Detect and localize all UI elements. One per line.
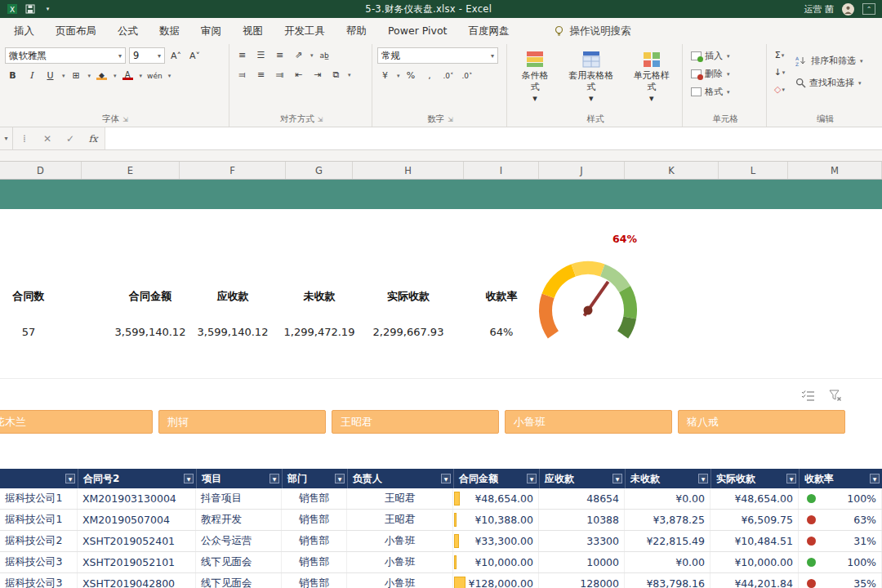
italic-button[interactable]: I <box>24 68 39 83</box>
cell-received[interactable]: ¥44,201.84 <box>710 573 799 588</box>
header-receivable[interactable]: 应收款▼ <box>539 469 625 488</box>
tab-power-pivot[interactable]: Power Pivot <box>377 18 457 44</box>
tab-data[interactable]: 数据 <box>149 18 190 44</box>
cell-receivable[interactable]: 48654 <box>539 488 625 509</box>
save-icon[interactable] <box>24 4 35 15</box>
header-dept[interactable]: 部门▼ <box>282 469 347 488</box>
cell-customer[interactable]: 据科技公司3 <box>0 552 78 572</box>
cell-rate[interactable]: 35% <box>799 573 882 588</box>
avatar[interactable] <box>842 3 854 16</box>
header-received[interactable]: 实际收款▼ <box>710 469 799 488</box>
cell-amount[interactable]: ¥33,300.00 <box>453 531 539 551</box>
slicer-clear-filter-icon[interactable] <box>828 389 843 402</box>
tab-baidu-netdisk[interactable]: 百度网盘 <box>457 18 519 44</box>
table-row[interactable]: 据科技公司2 XSHT2019052401 公众号运营 销售部 小鲁班 ¥33,… <box>0 531 882 552</box>
cell-dept[interactable]: 销售部 <box>282 552 347 572</box>
cell-unpaid[interactable]: ¥83,798.16 <box>625 573 710 588</box>
column-heading[interactable]: F <box>180 162 286 179</box>
slicer-item[interactable]: 王昭君 <box>332 410 499 434</box>
slicer-item[interactable]: 荆轲 <box>158 410 326 434</box>
filter-dropdown-icon[interactable]: ▼ <box>870 474 880 483</box>
cell-received[interactable]: ¥10,000.00 <box>710 552 799 572</box>
format-cells-button[interactable]: 格式▾ <box>688 83 763 100</box>
name-box-dropdown-icon[interactable]: ▾ <box>0 127 13 149</box>
cell-received[interactable]: ¥6,509.75 <box>710 510 799 530</box>
header-amount[interactable]: 合同金额▼ <box>453 469 539 488</box>
filter-dropdown-icon[interactable]: ▼ <box>612 474 622 483</box>
header-project[interactable]: 项目▼ <box>196 469 282 488</box>
column-heading[interactable]: K <box>625 162 719 179</box>
insert-cells-button[interactable]: 插入▾ <box>688 47 763 65</box>
merge-center-icon[interactable]: ⧉ <box>328 67 344 82</box>
header-unpaid[interactable]: 未收款▼ <box>625 469 710 488</box>
filter-dropdown-icon[interactable]: ▼ <box>335 474 345 483</box>
table-row[interactable]: 据科技公司1 XM20190507004 教程开发 销售部 王昭君 ¥10,38… <box>0 510 882 531</box>
cell-project[interactable]: 线下见面会 <box>196 552 282 572</box>
cell-receivable[interactable]: 10000 <box>539 552 625 572</box>
cell-dept[interactable]: 销售部 <box>282 573 347 588</box>
cell-receivable[interactable]: 10388 <box>539 510 625 530</box>
cell-owner[interactable]: 王昭君 <box>347 488 453 509</box>
cell-styles-button[interactable]: 单元格样式▾ <box>624 47 679 108</box>
cell-dept[interactable]: 销售部 <box>282 510 347 530</box>
cell-rate[interactable]: 31% <box>799 531 882 551</box>
filter-dropdown-icon[interactable]: ▼ <box>65 474 75 483</box>
cell-unpaid[interactable]: ¥0.00 <box>625 488 710 509</box>
slicer-multiselect-icon[interactable] <box>800 389 815 402</box>
cell-received[interactable]: ¥48,654.00 <box>710 488 799 509</box>
ribbon-display-options-icon[interactable]: ⌃ <box>862 3 875 15</box>
autosum-icon[interactable]: Σ▾ <box>772 47 787 63</box>
align-center-icon[interactable]: ≡ <box>253 67 269 82</box>
confirm-entry-icon[interactable]: ✓ <box>59 127 82 149</box>
format-as-table-button[interactable]: 套用表格格式▾ <box>559 47 622 108</box>
underline-button[interactable]: U <box>42 68 58 83</box>
percent-style-icon[interactable]: % <box>403 68 419 83</box>
decrease-decimal-icon[interactable]: .0˃ <box>460 68 475 83</box>
slicer-item[interactable]: 小鲁班 <box>505 410 672 434</box>
comma-style-icon[interactable]: , <box>422 68 438 83</box>
cell-receivable[interactable]: 128000 <box>539 573 625 588</box>
cell-unpaid[interactable]: ¥3,878.25 <box>625 510 710 530</box>
formula-menu-dots-icon[interactable]: ⁞ <box>13 127 36 149</box>
sort-filter-button[interactable]: AZ 排序和筛选▾ <box>792 52 866 69</box>
cell-customer[interactable]: 据科技公司3 <box>0 573 78 588</box>
alignment-dialog-launcher[interactable]: ⇲ <box>318 116 323 123</box>
align-left-icon[interactable]: ⫤ <box>234 67 250 82</box>
font-size-select[interactable]: 9▾ <box>129 47 165 64</box>
cell-unpaid[interactable]: ¥22,815.49 <box>625 531 710 551</box>
cell-owner[interactable]: 小鲁班 <box>347 573 453 588</box>
filter-dropdown-icon[interactable]: ▼ <box>184 474 194 483</box>
cell-owner[interactable]: 小鲁班 <box>347 531 453 551</box>
cell-amount[interactable]: ¥10,000.00 <box>453 552 539 572</box>
column-heading[interactable]: J <box>539 162 625 179</box>
increase-font-icon[interactable]: A˄ <box>168 48 184 64</box>
column-heading[interactable]: I <box>464 162 539 179</box>
cell-customer[interactable]: 据科技公司1 <box>0 488 78 509</box>
header-customer[interactable]: ▼ <box>0 469 78 488</box>
cell-dept[interactable]: 销售部 <box>282 488 347 509</box>
tab-insert[interactable]: 插入 <box>3 18 45 44</box>
fill-color-icon[interactable]: ◆ <box>94 68 109 83</box>
filter-dropdown-icon[interactable]: ▼ <box>441 474 451 483</box>
cell-amount[interactable]: ¥10,388.00 <box>453 510 539 530</box>
cell-rate[interactable]: 100% <box>799 552 882 572</box>
cell-project[interactable]: 公众号运营 <box>196 531 282 551</box>
cell-owner[interactable]: 王昭君 <box>347 510 453 530</box>
gauge-chart[interactable]: 64% <box>527 229 657 368</box>
column-heading[interactable]: D <box>0 162 82 179</box>
formula-input[interactable] <box>105 127 882 149</box>
font-dialog-launcher[interactable]: ⇲ <box>122 116 128 123</box>
cell-contract-no[interactable]: XM201903130004 <box>78 488 196 509</box>
cell-customer[interactable]: 据科技公司1 <box>0 510 78 530</box>
column-heading[interactable]: G <box>286 162 353 179</box>
cell-contract-no[interactable]: XM20190507004 <box>78 510 196 530</box>
cell-receivable[interactable]: 33300 <box>539 531 625 551</box>
tab-help[interactable]: 帮助 <box>336 18 377 44</box>
qat-customize-icon[interactable]: ▾ <box>42 4 53 15</box>
number-format-select[interactable]: 常规▾ <box>377 47 498 64</box>
cancel-entry-icon[interactable]: ✕ <box>36 127 59 149</box>
delete-cells-button[interactable]: 删除▾ <box>688 65 763 82</box>
slicer-item[interactable]: 花木兰 <box>0 410 153 434</box>
fill-icon[interactable]: ↓▾ <box>772 65 787 80</box>
tab-formulas[interactable]: 公式 <box>107 18 149 44</box>
